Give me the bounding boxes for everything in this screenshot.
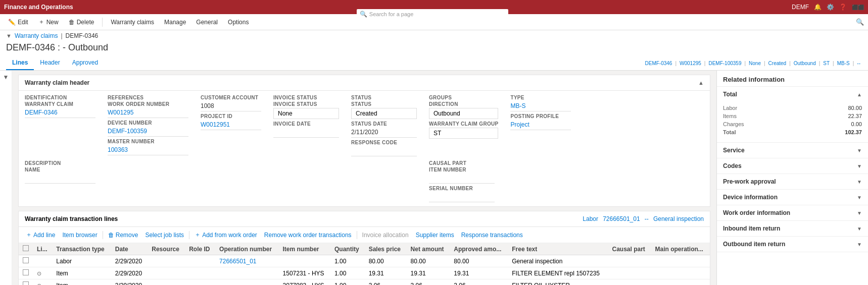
- item-browser-button[interactable]: Item browser: [59, 230, 100, 240]
- delete-button[interactable]: 🗑 Delete: [65, 17, 99, 28]
- top-tag-8[interactable]: --: [855, 60, 862, 67]
- rp-section-header-inbound_return[interactable]: Inbound item return▼: [717, 221, 868, 236]
- new-icon: ＋: [38, 18, 44, 26]
- cell-operation-number[interactable]: [215, 267, 278, 279]
- groups-group: GROUPS Direction Outbound Warranty claim…: [429, 95, 498, 156]
- manage-button[interactable]: Manage: [160, 17, 190, 28]
- col-main-operation: Main operation...: [651, 243, 710, 255]
- filter-small-icon[interactable]: ▼: [6, 33, 12, 39]
- spacer-4: [273, 160, 339, 202]
- search-small-icon[interactable]: 🔍: [856, 18, 864, 26]
- causal-serial-value: [429, 192, 495, 202]
- new-button[interactable]: ＋ New: [34, 16, 63, 28]
- rp-section-header-service[interactable]: Service▼: [717, 143, 868, 158]
- search-bar[interactable]: 🔍 Search for a page: [357, 9, 508, 19]
- warranty-claims-button[interactable]: Warranty claims: [107, 17, 158, 28]
- project-id-value[interactable]: W0012951: [201, 120, 261, 130]
- status-label: Status: [351, 101, 417, 107]
- options-button[interactable]: Options: [224, 17, 253, 28]
- rp-section-header-codes[interactable]: Codes▼: [717, 158, 868, 174]
- response-code-value: [351, 146, 417, 156]
- form-row-1: IDENTIFICATION Warranty claim DEMF-0346 …: [25, 95, 704, 156]
- left-content: Warranty claim header ▲ IDENTIFICATION W…: [12, 71, 716, 285]
- chevron-icon-codes: ▼: [857, 163, 862, 169]
- more-options-icon[interactable]: ⬛⬛: [852, 5, 864, 10]
- rp-section-label-outbound_return: Outbound item return: [723, 241, 785, 248]
- status-date-value: 2/11/2020: [351, 128, 417, 138]
- remove-button[interactable]: 🗑 Remove: [105, 230, 141, 240]
- table-row[interactable]: ⊙ Item 2/29/2020 1507231 - HYS 1.00 19.3…: [19, 267, 710, 279]
- causal-label: CAUSAL PART: [429, 160, 495, 166]
- top-tag-6[interactable]: ST: [822, 60, 831, 67]
- top-tag-0[interactable]: DEMF-0346: [644, 60, 674, 67]
- master-number-value[interactable]: 100363: [108, 145, 188, 155]
- cell-approved-amount: 80.00: [450, 255, 508, 267]
- add-from-work-order-button[interactable]: ＋ Add from work order: [191, 229, 260, 241]
- cell-operation-number[interactable]: 72666501_01: [215, 255, 278, 267]
- cell-free-text: General inspection: [508, 255, 608, 267]
- top-tag-7[interactable]: MB-S: [836, 60, 851, 67]
- rp-section-work_order_info: Work order information▼: [717, 205, 868, 221]
- col-quantity: Quantity: [330, 243, 365, 255]
- device-number-value[interactable]: DEMF-100359: [108, 127, 188, 137]
- top-tag-3[interactable]: None: [747, 60, 762, 67]
- rp-section-header-total[interactable]: Total▲: [717, 87, 868, 102]
- inv-status-label: Invoice status: [273, 101, 339, 107]
- top-tags: DEMF-0346|W001295|DEMF-100359|None|Creat…: [644, 60, 862, 67]
- groups-label: GROUPS: [429, 95, 498, 100]
- settings-icon[interactable]: ⚙️: [827, 4, 834, 11]
- tab-lines[interactable]: Lines: [6, 56, 34, 70]
- causal-item-label: Item number: [429, 167, 495, 173]
- invoice-allocation-button[interactable]: Invoice allocation: [359, 230, 412, 240]
- cell-operation-number[interactable]: [215, 279, 278, 286]
- rp-row-total-labor: Labor80.00: [723, 105, 862, 111]
- select-job-lists-button[interactable]: Select job lists: [142, 230, 187, 240]
- help-icon[interactable]: ❓: [839, 4, 847, 11]
- top-tag-sep-3: |: [764, 61, 765, 66]
- general-button[interactable]: General: [192, 17, 222, 28]
- table-row[interactable]: Labor 2/29/2020 72666501_01 1.00 80.00 8…: [19, 255, 710, 267]
- top-tag-5[interactable]: Outbound: [792, 60, 817, 67]
- type-value[interactable]: MB-S: [510, 101, 571, 111]
- response-transactions-button[interactable]: Response transactions: [458, 230, 526, 240]
- tab-header[interactable]: Header: [34, 56, 66, 70]
- cell-date: 2/29/2020: [111, 267, 148, 279]
- rp-section-inbound_return: Inbound item return▼: [717, 221, 868, 237]
- row-checkbox-1[interactable]: [23, 269, 29, 275]
- filter-icon[interactable]: ▼: [3, 74, 9, 81]
- notifications-icon[interactable]: 🔔: [814, 4, 822, 11]
- customer-group: Customer account 1008 Project ID W001295…: [201, 95, 261, 156]
- rp-section-header-pre_work[interactable]: Pre-work approval▼: [717, 174, 868, 189]
- active-id[interactable]: 72666501_01: [603, 215, 640, 222]
- remove-work-order-button[interactable]: Remove work order transactions: [261, 230, 355, 240]
- top-tag-1[interactable]: W001295: [678, 60, 703, 67]
- top-tag-4[interactable]: Created: [767, 60, 788, 67]
- col-causal-part: Causal part: [608, 243, 651, 255]
- rp-section-header-device_info[interactable]: Device information▼: [717, 190, 868, 205]
- col-check: [19, 243, 33, 255]
- select-all-checkbox[interactable]: [23, 245, 29, 251]
- top-tag-2[interactable]: DEMF-100359: [707, 60, 743, 67]
- supplier-items-button[interactable]: Supplier items: [413, 230, 457, 240]
- table-row[interactable]: ⊙ Item 2/29/2020 2077983 - HYS 1.00 3.06…: [19, 279, 710, 286]
- collapse-icon[interactable]: ▲: [698, 80, 704, 86]
- breadcrumb-parent[interactable]: Warranty claims: [15, 32, 58, 39]
- active-filter-label: Labor 72666501_01 -- General inspection: [583, 215, 704, 222]
- add-line-button[interactable]: ＋ Add line: [23, 229, 58, 241]
- search-icon: 🔍: [360, 11, 367, 18]
- col-transaction-type: Transaction type: [52, 243, 111, 255]
- form-row-2: DESCRIPTION Name CAUSAL PART: [25, 160, 704, 202]
- rp-section-header-work_order_info[interactable]: Work order information▼: [717, 205, 868, 220]
- posting-profile-value[interactable]: Project: [510, 120, 571, 130]
- row-checkbox-0[interactable]: [23, 257, 29, 263]
- warranty-claim-value[interactable]: DEMF-0346: [25, 108, 95, 118]
- tab-approved[interactable]: Approved: [66, 56, 104, 70]
- edit-button[interactable]: ✏️ Edit: [4, 17, 32, 28]
- col-resource: Resource: [148, 243, 185, 255]
- row-checkbox-2[interactable]: [23, 281, 29, 285]
- work-order-value[interactable]: W001295: [108, 108, 188, 118]
- edit-icon: ✏️: [8, 19, 16, 26]
- cell-check: [19, 267, 33, 279]
- rp-section-label-codes: Codes: [723, 162, 742, 169]
- rp-section-header-outbound_return[interactable]: Outbound item return▼: [717, 237, 868, 252]
